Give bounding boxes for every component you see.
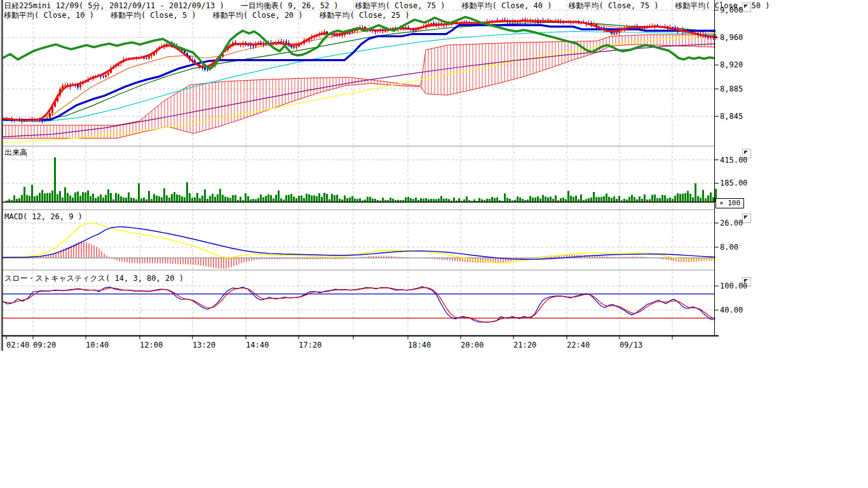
macd-panel-resize-icon[interactable] — [742, 214, 751, 223]
time-axis-label: 02:40 — [6, 341, 29, 349]
indicator-label: 移動平均( Close, 20 ) — [213, 11, 303, 20]
macd-panel-label: MACD( 12, 26, 9 ) — [4, 212, 83, 221]
time-axis-label: 09:20 — [33, 341, 56, 349]
indicator-label: 移動平均( Close, 75 ) — [355, 1, 445, 10]
time-axis-label: 12:00 — [140, 341, 163, 349]
indicator-label: 移動平均( Close, 75 ) — [568, 1, 658, 10]
time-axis-label: 09/13 — [620, 341, 642, 349]
time-axis-label: 14:40 — [246, 341, 269, 349]
macd-axis-label: 26.00 — [720, 219, 743, 227]
volume-axis-label: 185.00 — [720, 179, 747, 187]
time-axis-label: 18:40 — [408, 341, 431, 349]
price-panel-resize-icon[interactable] — [742, 3, 751, 12]
indicator-label: 移動平均( Close, 5 ) — [111, 11, 196, 20]
volume-multiplier-badge: × 100 — [715, 198, 744, 208]
stochastics-axis-label: 100.00 — [720, 281, 747, 290]
price-axis-label: 8,885 — [720, 85, 743, 93]
stochastics-panel-label: スロー・ストキャスティクス( 14, 3, 80, 20 ) — [4, 273, 184, 284]
price-axis-label: 8,960 — [720, 33, 743, 42]
indicator-label: 移動平均( Close, 25 ) — [320, 11, 410, 20]
stochastics-axis-label: 40.00 — [720, 306, 743, 315]
price-axis-label: 9,000 — [720, 6, 743, 15]
indicator-header-row-1: 日経225mini 12/09( 5分, 2012/09/11 - 2012/0… — [4, 1, 787, 10]
indicator-label: 一目均衡表( 9, 26, 52 ) — [241, 1, 339, 10]
indicator-label: 移動平均( Close, 40 ) — [462, 1, 552, 10]
macd-axis-label: 8.00 — [720, 243, 738, 252]
chart-application-window: 日経225mini 12/09( 5分, 2012/09/11 - 2012/0… — [0, 0, 868, 488]
volume-panel-label: 出来高 — [4, 147, 27, 158]
time-axis-label: 13:20 — [193, 341, 215, 349]
indicator-label: 日経225mini 12/09( 5分, 2012/09/11 - 2012/0… — [4, 1, 224, 10]
volume-axis-label: 415.00 — [720, 156, 747, 165]
time-axis-label: 21:20 — [513, 341, 536, 349]
time-axis-label: 10:40 — [86, 341, 109, 349]
time-axis-label: 20:00 — [461, 341, 484, 349]
chart-canvas[interactable] — [0, 0, 868, 356]
indicator-header-row-2: 移動平均( Close, 10 )移動平均( Close, 5 )移動平均( C… — [4, 11, 426, 20]
price-axis-label: 8,920 — [720, 60, 743, 69]
price-axis-label: 8,845 — [720, 112, 743, 121]
time-axis-label: 22:40 — [567, 341, 590, 349]
time-axis-label: 17:20 — [299, 341, 322, 349]
indicator-label: 移動平均( Close, 10 ) — [4, 11, 94, 20]
